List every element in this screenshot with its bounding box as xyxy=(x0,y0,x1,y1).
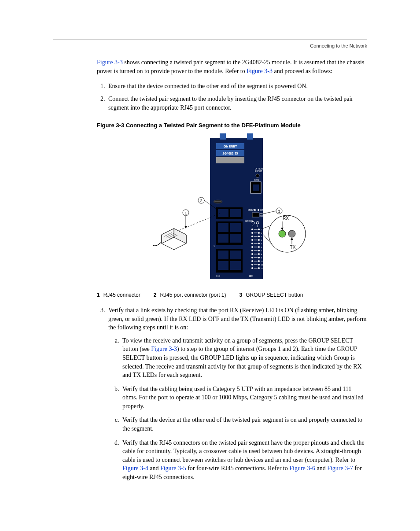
svg-point-36 xyxy=(251,260,253,262)
legend-1: 1 RJ45 connector xyxy=(97,291,140,299)
substep-d: Verify that the RJ45 connectors on the t… xyxy=(121,439,367,482)
svg-point-28 xyxy=(251,253,253,255)
svg-point-20 xyxy=(251,246,253,248)
intro-text-2: and proceed as follows: xyxy=(273,68,332,74)
svg-point-32 xyxy=(251,257,253,258)
substep-c: Verify that the device at the other end … xyxy=(121,416,367,433)
port-10 xyxy=(230,261,241,270)
com-label: COM xyxy=(254,179,259,181)
svg-point-38 xyxy=(258,260,260,262)
svg-point-2 xyxy=(258,229,260,230)
substep-d-2: and xyxy=(148,465,160,472)
rj45-connector-drawing xyxy=(153,229,186,250)
port-9 xyxy=(218,261,228,270)
inset-circle xyxy=(269,215,306,252)
svg-point-8 xyxy=(251,236,253,237)
figure-wrapper: Gb ENET 2G4082-25 OFFLINE/ RESET COM MGM… xyxy=(97,133,367,286)
reset-button-icon xyxy=(256,174,259,177)
port-4 xyxy=(230,223,241,232)
port-marker-12x: 12X xyxy=(249,275,253,277)
legend-num-2: 2 xyxy=(154,291,157,299)
link-fig34[interactable]: Figure 3-4 xyxy=(122,465,148,472)
legend-text-1: RJ45 connector xyxy=(103,291,140,299)
cpu-led xyxy=(258,209,259,211)
substep-d-1: Verify that the RJ45 connectors on the t… xyxy=(122,439,365,463)
step-3: Verify that a link exists by checking th… xyxy=(107,306,367,482)
select-label: SELECT xyxy=(260,215,267,217)
port-2 xyxy=(230,209,241,217)
svg-point-6 xyxy=(258,232,260,234)
gb-enet-label: Gb ENET xyxy=(224,145,237,148)
legend-text-3: GROUP SELECT button xyxy=(246,291,303,299)
gray-plate xyxy=(216,157,244,163)
steps-list: Ensure that the device connected to the … xyxy=(97,82,367,112)
substep-b: Verify that the cabling being used is Ca… xyxy=(121,385,367,411)
port-3 xyxy=(218,223,228,232)
reset-label: RESET xyxy=(255,170,262,173)
link-fig35[interactable]: Figure 3-5 xyxy=(160,465,186,472)
figure-legend: 1 RJ45 connector 2 RJ45 port connector (… xyxy=(97,291,367,299)
groupnum-1: 1 xyxy=(252,225,254,228)
legend-3: 3 GROUP SELECT button xyxy=(239,291,303,299)
header-rule xyxy=(53,40,367,40)
legend-text-2: RJ45 port connector (port 1) xyxy=(160,291,226,299)
svg-point-0 xyxy=(251,229,253,230)
com-inner xyxy=(253,184,259,191)
intro-paragraph: Figure 3-3 shows connecting a twisted pa… xyxy=(97,58,367,75)
callout-number-2: 2 xyxy=(200,199,202,203)
tx-label: TX xyxy=(290,245,296,250)
port-6 xyxy=(230,234,241,243)
svg-point-18 xyxy=(258,243,260,244)
model-label: 2G4082-25 xyxy=(222,152,238,155)
substeps-list: To view the receive and transmit activit… xyxy=(108,336,367,482)
callout-arrow-1 xyxy=(184,226,187,229)
svg-text:12: 12 xyxy=(261,267,263,269)
svg-point-34 xyxy=(258,257,260,258)
link-fig33-3[interactable]: Figure 3-3 xyxy=(151,346,177,352)
top-tab-1 xyxy=(220,133,226,140)
steps-list-continued: Verify that a link exists by checking th… xyxy=(97,306,367,482)
substep-d-3: for four-wire RJ45 connections. Refer to xyxy=(186,465,290,472)
link-fig33[interactable]: Figure 3-3 xyxy=(97,59,123,66)
rx-label: RX xyxy=(283,216,289,221)
callout-number-1: 1 xyxy=(184,211,187,215)
mgmt-led xyxy=(254,209,256,211)
step-2: Connect the twisted pair segment to the … xyxy=(107,95,367,112)
legend-2: 2 RJ45 port connector (port 1) xyxy=(154,291,226,299)
tx-led-icon xyxy=(288,230,295,237)
figure-3-3: Gb ENET 2G4082-25 OFFLINE/ RESET COM MGM… xyxy=(153,133,311,283)
step-1: Ensure that the device connected to the … xyxy=(107,82,367,91)
svg-point-12 xyxy=(251,239,253,241)
svg-point-42 xyxy=(258,264,260,266)
svg-text:11: 11 xyxy=(261,264,263,266)
svg-point-10 xyxy=(258,236,260,237)
port-marker-1: 1 xyxy=(214,245,215,247)
callout-number-3: 3 xyxy=(278,209,280,214)
svg-point-16 xyxy=(251,243,253,244)
port-1 xyxy=(218,209,228,217)
running-header: Connecting to the Network xyxy=(53,43,367,49)
step-3-lead: Verify that a link exists by checking th… xyxy=(108,307,367,331)
rx-led-icon xyxy=(279,230,286,237)
port-5 xyxy=(218,234,228,243)
port-7 xyxy=(218,251,228,259)
link-fig36[interactable]: Figure 3-6 xyxy=(289,465,315,472)
svg-point-46 xyxy=(258,267,260,269)
top-tab-2 xyxy=(247,133,253,140)
substep-a: To view the receive and transmit activit… xyxy=(121,336,367,380)
svg-point-24 xyxy=(251,250,253,251)
figure-caption: Figure 3-3 Connecting a Twisted Pair Seg… xyxy=(97,122,367,129)
groupnum-2: 2 xyxy=(257,225,258,228)
port-8 xyxy=(230,251,241,259)
svg-point-44 xyxy=(251,267,253,269)
group-select-button xyxy=(252,213,259,217)
svg-text:10: 10 xyxy=(261,260,263,262)
svg-point-4 xyxy=(251,232,253,234)
link-fig37[interactable]: Figure 3-7 xyxy=(327,465,353,472)
svg-point-14 xyxy=(258,239,260,241)
link-fig33-2[interactable]: Figure 3-3 xyxy=(247,68,273,74)
mgmt-label: MGMT xyxy=(248,209,254,211)
cpu-label: CPU xyxy=(260,209,265,211)
svg-point-26 xyxy=(258,250,260,251)
legend-num-3: 3 xyxy=(239,291,243,299)
